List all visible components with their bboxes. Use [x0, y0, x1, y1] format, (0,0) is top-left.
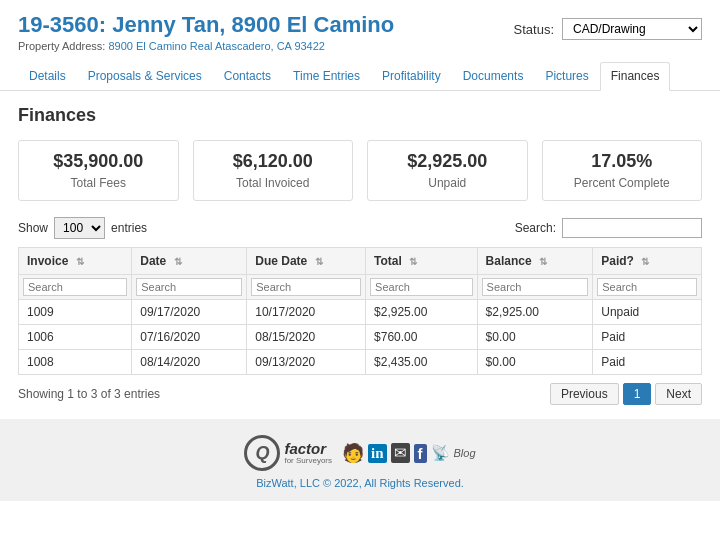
cell-paid: Unpaid [593, 300, 702, 325]
col-invoice[interactable]: Invoice ⇅ [19, 248, 132, 275]
logo-text-block: factor for Surveyors [284, 441, 332, 466]
col-total[interactable]: Total ⇅ [366, 248, 478, 275]
entries-select[interactable]: 100 25 50 [54, 217, 105, 239]
header: 19-3560: Jenny Tan, 8900 El Camino Prope… [0, 0, 720, 58]
card-total-invoiced: $6,120.00 Total Invoiced [193, 140, 354, 201]
q-factor-logo: Q factor for Surveyors [244, 435, 332, 471]
table-controls: Show 100 25 50 entries Search: [18, 217, 702, 239]
search-balance[interactable] [482, 278, 589, 296]
total-fees-amount: $35,900.00 [31, 151, 166, 172]
summary-cards: $35,900.00 Total Fees $6,120.00 Total In… [18, 140, 702, 201]
unpaid-amount: $2,925.00 [380, 151, 515, 172]
title-section: 19-3560: Jenny Tan, 8900 El Camino Prope… [18, 12, 394, 52]
section-title: Finances [18, 105, 702, 126]
search-total[interactable] [370, 278, 473, 296]
percent-complete-amount: 17.05% [555, 151, 690, 172]
tab-contacts[interactable]: Contacts [213, 62, 282, 90]
wifi-icon[interactable]: 📡 [431, 444, 450, 462]
tab-time-entries[interactable]: Time Entries [282, 62, 371, 90]
unpaid-label: Unpaid [380, 176, 515, 190]
q-circle-container: Q [244, 435, 280, 471]
cell-total: $2,435.00 [366, 350, 478, 375]
cell-invoice: 1009 [19, 300, 132, 325]
table-row: 1006 07/16/2020 08/15/2020 $760.00 $0.00… [19, 325, 702, 350]
next-button[interactable]: Next [655, 383, 702, 405]
page-title: 19-3560: Jenny Tan, 8900 El Camino [18, 12, 394, 38]
card-total-fees: $35,900.00 Total Fees [18, 140, 179, 201]
cell-total: $760.00 [366, 325, 478, 350]
status-section: Status: CAD/Drawing In Progress Complete… [514, 18, 702, 40]
search-date[interactable] [136, 278, 242, 296]
search-invoice[interactable] [23, 278, 127, 296]
linkedin-icon[interactable]: in [368, 444, 387, 463]
col-due-date[interactable]: Due Date ⇅ [247, 248, 366, 275]
sort-balance-icon: ⇅ [539, 256, 547, 267]
tab-proposals[interactable]: Proposals & Services [77, 62, 213, 90]
sort-paid-icon: ⇅ [641, 256, 649, 267]
table-header-row: Invoice ⇅ Date ⇅ Due Date ⇅ Total ⇅ Bala… [19, 248, 702, 275]
cell-due-date: 08/15/2020 [247, 325, 366, 350]
tab-profitability[interactable]: Profitability [371, 62, 452, 90]
pagination: Previous 1 Next [550, 383, 702, 405]
table-search-row [19, 275, 702, 300]
tab-finances[interactable]: Finances [600, 62, 671, 91]
total-invoiced-amount: $6,120.00 [206, 151, 341, 172]
tab-documents[interactable]: Documents [452, 62, 535, 90]
card-unpaid: $2,925.00 Unpaid [367, 140, 528, 201]
page-wrapper: 19-3560: Jenny Tan, 8900 El Camino Prope… [0, 0, 720, 540]
percent-complete-label: Percent Complete [555, 176, 690, 190]
nav-tabs: Details Proposals & Services Contacts Ti… [0, 62, 720, 91]
page-1-button[interactable]: 1 [623, 383, 652, 405]
address-label: Property Address: [18, 40, 105, 52]
sort-invoice-icon: ⇅ [76, 256, 84, 267]
address-link[interactable]: 8900 El Camino Real Atascadero, CA 93422 [109, 40, 325, 52]
col-balance[interactable]: Balance ⇅ [477, 248, 593, 275]
site-footer: Q factor for Surveyors 🧑 in ✉ f 📡 Blog B… [0, 419, 720, 501]
cell-balance: $0.00 [477, 350, 593, 375]
table-footer: Showing 1 to 3 of 3 entries Previous 1 N… [18, 383, 702, 405]
total-fees-label: Total Fees [31, 176, 166, 190]
blog-text[interactable]: Blog [454, 447, 476, 459]
cell-balance: $2,925.00 [477, 300, 593, 325]
cell-due-date: 10/17/2020 [247, 300, 366, 325]
status-select[interactable]: CAD/Drawing In Progress Complete On Hold [562, 18, 702, 40]
search-control: Search: [515, 218, 702, 238]
table-row: 1008 08/14/2020 09/13/2020 $2,435.00 $0.… [19, 350, 702, 375]
main-content: Finances $35,900.00 Total Fees $6,120.00… [0, 91, 720, 419]
facebook-icon[interactable]: f [414, 444, 427, 463]
col-date[interactable]: Date ⇅ [132, 248, 247, 275]
tab-details[interactable]: Details [18, 62, 77, 90]
logo-factor-text: factor [284, 441, 326, 456]
card-percent-complete: 17.05% Percent Complete [542, 140, 703, 201]
cell-paid: Paid [593, 325, 702, 350]
cell-date: 08/14/2020 [132, 350, 247, 375]
invoices-table: Invoice ⇅ Date ⇅ Due Date ⇅ Total ⇅ Bala… [18, 247, 702, 375]
cell-invoice: 1006 [19, 325, 132, 350]
showing-text: Showing 1 to 3 of 3 entries [18, 387, 160, 401]
entries-label: entries [111, 221, 147, 235]
footer-copyright: BizWatt, LLC © 2022, All Rights Reserved… [10, 477, 710, 489]
property-address: Property Address: 8900 El Camino Real At… [18, 40, 394, 52]
status-label: Status: [514, 22, 554, 37]
previous-button[interactable]: Previous [550, 383, 619, 405]
cell-paid: Paid [593, 350, 702, 375]
search-paid[interactable] [597, 278, 697, 296]
search-label: Search: [515, 221, 556, 235]
col-paid[interactable]: Paid? ⇅ [593, 248, 702, 275]
sort-due-date-icon: ⇅ [315, 256, 323, 267]
total-invoiced-label: Total Invoiced [206, 176, 341, 190]
logo-sub-text: for Surveyors [284, 456, 332, 466]
cell-total: $2,925.00 [366, 300, 478, 325]
search-due-date[interactable] [251, 278, 361, 296]
sort-date-icon: ⇅ [174, 256, 182, 267]
cell-invoice: 1008 [19, 350, 132, 375]
message-icon[interactable]: ✉ [391, 443, 410, 463]
sort-total-icon: ⇅ [409, 256, 417, 267]
global-search-input[interactable] [562, 218, 702, 238]
social-icons-group: 🧑 in ✉ f 📡 Blog [342, 442, 476, 464]
cell-balance: $0.00 [477, 325, 593, 350]
show-entries: Show 100 25 50 entries [18, 217, 147, 239]
tab-pictures[interactable]: Pictures [534, 62, 599, 90]
header-top: 19-3560: Jenny Tan, 8900 El Camino Prope… [18, 12, 702, 52]
footer-logo: Q factor for Surveyors 🧑 in ✉ f 📡 Blog [10, 435, 710, 471]
